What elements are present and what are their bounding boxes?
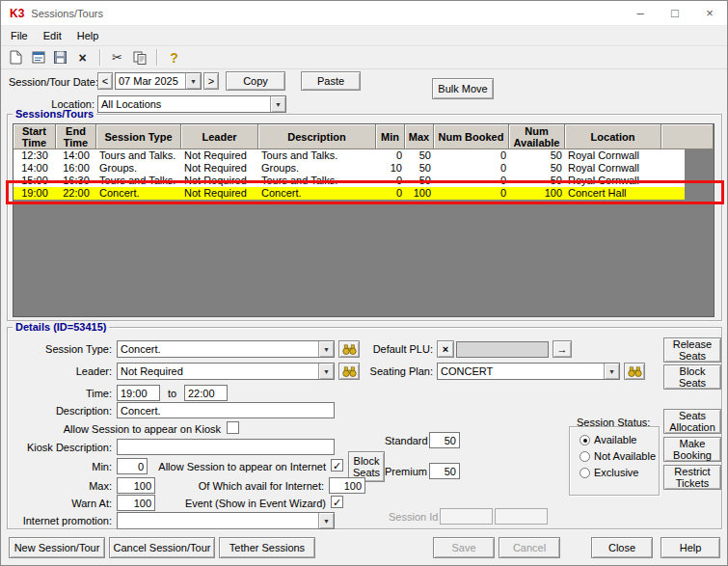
plu-clear-button[interactable]: × [437, 340, 454, 358]
cut-button[interactable]: ✂ [106, 47, 128, 67]
column-header[interactable]: Num Available [509, 124, 565, 149]
table-row[interactable]: 12:3014:00Tours and Talks.Not RequiredTo… [13, 149, 685, 162]
copy-button-toolbar[interactable] [128, 47, 150, 67]
warn-at-field[interactable]: 100 [117, 495, 155, 511]
paste-button[interactable]: Paste [301, 71, 361, 91]
block-seats-side-button[interactable]: Block Seats [663, 364, 721, 390]
time-to-field[interactable]: 22:00 [184, 385, 228, 401]
table-cell: Tours and Talks. [258, 175, 376, 187]
description-field[interactable]: Concert. [117, 402, 335, 418]
location-combo[interactable]: All Locations ▼ [97, 95, 286, 113]
date-combo[interactable]: 07 Mar 2025 ▼ [115, 72, 202, 90]
radio-icon [580, 435, 590, 445]
event-checkbox[interactable]: ✓ [331, 496, 343, 508]
premium-field[interactable]: 50 [429, 463, 460, 479]
save-button[interactable]: Save [433, 537, 495, 558]
menu-file[interactable]: File [3, 27, 36, 44]
session-id-field-2 [495, 508, 548, 525]
table-cell: Tours and Talks. [96, 149, 181, 162]
bulk-move-button[interactable]: Bulk Move [432, 78, 494, 99]
table-cell: Royal Cornwall [565, 149, 661, 162]
table-row[interactable]: 19:0022:00Concert.Not RequiredConcert.01… [13, 187, 685, 200]
new-session-tour-button[interactable]: New Session/Tour [9, 537, 105, 558]
table-cell: 16:30 [56, 175, 96, 187]
table-cell-filler [661, 162, 685, 175]
copy-button[interactable]: Copy [226, 71, 285, 91]
leader-combo[interactable]: Not Required ▼ [117, 363, 335, 380]
internet-promotion-combo[interactable]: ▼ [117, 512, 335, 529]
table-cell: 50 [405, 162, 434, 175]
column-header[interactable]: Num Booked [434, 124, 509, 149]
internet-avail-field[interactable]: 100 [329, 477, 365, 494]
session-type-lookup-button[interactable] [338, 340, 360, 358]
internet-checkbox[interactable]: ✓ [331, 459, 343, 472]
standard-field[interactable]: 50 [429, 432, 460, 448]
close-dialog-button[interactable]: Close [591, 537, 653, 558]
kiosk-description-field[interactable] [117, 439, 335, 455]
column-header[interactable]: Session Type [96, 124, 181, 149]
column-header[interactable]: Min [376, 124, 405, 149]
cancel-button[interactable]: Cancel [499, 537, 560, 558]
seats-allocation-button[interactable]: Seats Allocation [663, 409, 721, 434]
column-header[interactable]: Location [565, 124, 661, 149]
edit-button[interactable] [27, 47, 49, 67]
session-id-field-1 [440, 508, 493, 525]
column-header[interactable]: Leader [181, 124, 258, 149]
date-prev-button[interactable]: < [97, 72, 113, 90]
column-header[interactable]: End Time [56, 124, 96, 149]
seating-plan-lookup-button[interactable] [624, 363, 645, 380]
table-row[interactable]: 14:0016:00Groups.Not RequiredGroups.1050… [13, 162, 685, 175]
release-seats-button[interactable]: Release Seats [663, 337, 721, 363]
table-row[interactable]: 15:0016:30Tours and Talks.Not RequiredTo… [13, 175, 685, 187]
make-booking-button[interactable]: Make Booking [663, 437, 721, 462]
column-header[interactable]: Start Time [13, 124, 56, 149]
table-cell-filler [661, 175, 685, 187]
maximize-button[interactable]: □ [658, 1, 692, 25]
session-type-combo[interactable]: Concert. ▼ [117, 340, 335, 358]
dropdown-arrow-icon[interactable]: ▼ [185, 73, 201, 89]
dropdown-arrow-icon[interactable]: ▼ [604, 364, 619, 379]
max-field[interactable]: 100 [117, 477, 155, 494]
dropdown-arrow-icon[interactable]: ▼ [318, 364, 334, 379]
cancel-session-tour-button[interactable]: Cancel Session/Tour [109, 537, 215, 558]
menu-help[interactable]: Help [69, 27, 107, 44]
help-icon: ? [170, 50, 178, 66]
menu-edit[interactable]: Edit [36, 27, 69, 44]
table-cell: 100 [405, 187, 434, 200]
check-icon: ✓ [333, 461, 341, 471]
column-header[interactable]: Max [405, 124, 434, 149]
standard-label: Standard [385, 435, 428, 446]
min-field[interactable]: 0 [117, 458, 148, 474]
delete-button[interactable]: × [71, 47, 94, 67]
radio-exclusive[interactable]: Exclusive [580, 467, 638, 478]
plu-assign-button[interactable]: → [553, 340, 572, 358]
seating-plan-combo[interactable]: CONCERT ▼ [437, 363, 620, 380]
seating-plan-label: Seating Plan: [348, 365, 433, 377]
sessions-table: Start TimeEnd TimeSession TypeLeaderDesc… [13, 123, 715, 317]
table-cell: 19:00 [13, 187, 56, 200]
help-button[interactable]: Help [661, 537, 720, 558]
kiosk-checkbox[interactable]: ✓ [227, 421, 239, 434]
dropdown-arrow-icon[interactable]: ▼ [270, 96, 285, 112]
table-cell: Not Required [181, 149, 258, 162]
radio-not-available[interactable]: Not Available [580, 450, 656, 462]
radio-available[interactable]: Available [580, 434, 636, 445]
table-cell: 14:00 [13, 162, 56, 175]
toolbar-separator [99, 49, 100, 66]
date-next-button[interactable]: > [203, 72, 219, 90]
table-cell: Not Required [181, 187, 258, 200]
restrict-tickets-button[interactable]: Restrict Tickets [663, 465, 721, 490]
table-cell: 0 [434, 162, 509, 175]
help-button-toolbar[interactable]: ? [163, 47, 185, 67]
close-button[interactable]: × [692, 1, 727, 25]
details-group-title: Details (ID=53415) [13, 321, 109, 333]
dropdown-arrow-icon[interactable]: ▼ [318, 513, 334, 528]
column-header[interactable]: Description [258, 124, 376, 149]
time-from-field[interactable]: 19:00 [117, 385, 160, 401]
table-cell: 50 [509, 149, 565, 162]
dropdown-arrow-icon[interactable]: ▼ [318, 341, 334, 357]
save-button-toolbar[interactable] [49, 47, 71, 67]
new-button[interactable] [5, 47, 27, 67]
tether-sessions-button[interactable]: Tether Sessions [219, 537, 315, 558]
minimize-button[interactable]: – [623, 1, 658, 25]
